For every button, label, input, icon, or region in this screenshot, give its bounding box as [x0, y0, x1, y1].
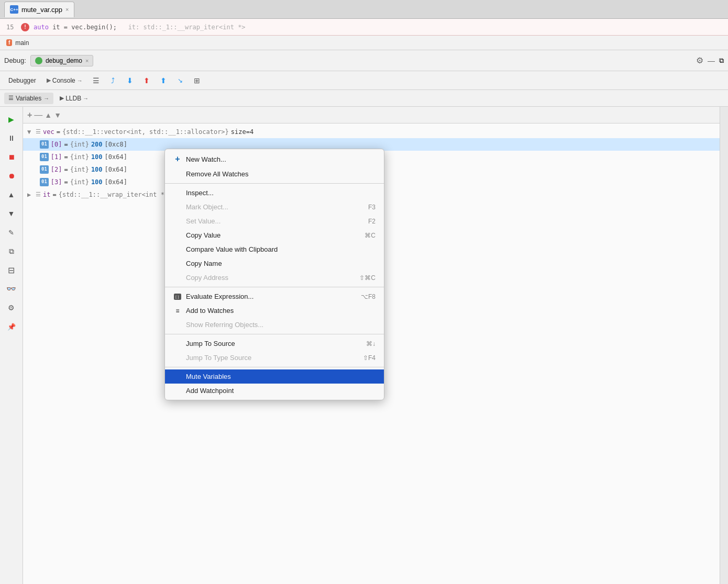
shortcut-evaluate: ⌥F8 [361, 293, 376, 300]
debug-session-tab[interactable]: debug_demo × [30, 55, 94, 66]
session-close[interactable]: × [85, 58, 89, 64]
menu-item-remove-all-watches[interactable]: Remove All Watches [165, 167, 384, 181]
session-status-icon [35, 57, 42, 64]
shortcut-copy-value: ⌘C [365, 232, 376, 239]
vars-up-btn[interactable]: ▲ [45, 111, 52, 119]
line-number: 15 [6, 24, 17, 31]
debug-sub-toolbar: Debugger ▶ Console → ☰ ⤴ ⬇ ⬆ ⬆ ↘ ⊞ [0, 71, 728, 90]
sidebar-icon-layout[interactable]: ⊟ [3, 262, 20, 278]
menu-item-mute-variables[interactable]: Mute Variables [165, 369, 384, 384]
debug-minimize-btn[interactable]: — [708, 57, 715, 65]
menu-label-inspect: Inspect... [186, 189, 214, 197]
var-expand-vec[interactable]: ▼ [27, 127, 34, 137]
menu-label-show-referring: Show Referring Objects... [186, 321, 263, 329]
menu-divider-4 [165, 367, 384, 367]
tab-variables[interactable]: ☰ Variables → [4, 93, 53, 104]
menu-label-copy-value: Copy Value [186, 231, 220, 239]
debug-settings-btn[interactable]: ⚙ [696, 55, 703, 65]
sidebar-icon-pause[interactable]: ⏸ [3, 130, 20, 147]
file-tab-close[interactable]: × [65, 6, 69, 13]
menu-item-mark-object: Mark Object... F3 [165, 200, 384, 214]
menu-label-jump-to-source: Jump To Source [186, 340, 235, 347]
menu-label-set-value: Set Value... [186, 217, 220, 225]
btn-grid[interactable]: ⊞ [190, 73, 204, 88]
menu-item-inspect[interactable]: Inspect... [165, 186, 384, 200]
tab-debugger[interactable]: Debugger [4, 75, 40, 86]
menu-divider-2 [165, 287, 384, 287]
menu-label-jump-to-type-source: Jump To Type Source [186, 354, 251, 362]
func-name: main [15, 39, 29, 47]
menu-item-new-watch[interactable]: + New Watch... [165, 151, 384, 167]
shortcut-set-value: F2 [368, 218, 376, 225]
sidebar-icon-edit[interactable]: ✎ [3, 224, 20, 241]
func-breadcrumb: f main [0, 36, 728, 50]
menu-label-mark-object: Mark Object... [186, 203, 228, 211]
menu-label-new-watch: New Watch... [186, 155, 226, 163]
context-menu: + New Watch... Remove All Watches Inspec… [164, 149, 384, 400]
sidebar-icon-glasses[interactable]: 👓 [3, 280, 20, 297]
shortcut-jump-type-source: ⇧F4 [363, 354, 376, 362]
menu-item-copy-address: Copy Address ⇧⌘C [165, 271, 384, 285]
func-badge: f [6, 39, 12, 46]
btn-step-over[interactable]: ⤴ [106, 73, 120, 88]
menu-item-copy-value[interactable]: Copy Value ⌘C [165, 228, 384, 242]
tab-lldb[interactable]: ▶ LLDB → [56, 93, 93, 104]
btn-hamburger[interactable]: ☰ [89, 73, 104, 88]
variables-panel: + — ▲ ▼ ▼ ☰ vec = {std::__1::vector<int,… [23, 107, 720, 584]
tab-bar: C++ mute_var.cpp × [0, 0, 728, 19]
sidebar-icon-settings[interactable]: ⚙ [3, 299, 20, 316]
menu-divider-3 [165, 334, 384, 334]
menu-label-copy-name: Copy Name [186, 260, 222, 267]
panel-tabs: ☰ Variables → ▶ LLDB → [0, 90, 728, 107]
vars-toolbar: + — ▲ ▼ [23, 107, 720, 123]
sidebar-icon-resume[interactable]: ▶ [3, 111, 20, 128]
menu-item-add-watchpoint[interactable]: Add Watchpoint [165, 384, 384, 398]
plus-icon: + [173, 154, 182, 164]
menu-item-compare-value[interactable]: Compare Value with Clipboard [165, 242, 384, 256]
sidebar-icon-step-down[interactable]: ▼ [3, 205, 20, 222]
session-name: debug_demo [46, 57, 82, 64]
debug-expand-btn[interactable]: ⧉ [719, 57, 724, 65]
debug-label: Debug: [4, 57, 26, 64]
menu-item-set-value: Set Value... F2 [165, 214, 384, 228]
right-scroll-panel [720, 107, 728, 584]
menu-label-compare-value: Compare Value with Clipboard [186, 245, 278, 253]
menu-item-show-referring: Show Referring Objects... [165, 318, 384, 332]
sidebar-icon-record[interactable]: ⏺ [3, 167, 20, 184]
sidebar-icon-stop[interactable]: ⏹ [3, 149, 20, 165]
left-sidebar: ▶ ⏸ ⏹ ⏺ ▲ ▼ ✎ ⧉ ⊟ 👓 ⚙ 📌 [0, 107, 23, 584]
ide-wrapper: C++ mute_var.cpp × 15 ! auto it = vec.be… [0, 0, 728, 584]
debug-toolbar: Debug: debug_demo × ⚙ — ⧉ [0, 50, 728, 71]
menu-item-copy-name[interactable]: Copy Name [165, 256, 384, 271]
var-row-vec[interactable]: ▼ ☰ vec = {std::__1::vector<int, std::__… [23, 126, 720, 138]
menu-label-add-watchpoint: Add Watchpoint [186, 387, 234, 395]
tab-console[interactable]: ▶ Console → [42, 75, 87, 86]
btn-cursor[interactable]: ↘ [173, 73, 187, 88]
var-expand-it[interactable]: ▶ [27, 190, 34, 199]
menu-item-add-to-watches[interactable]: ≡ Add to Watches [165, 304, 384, 318]
main-content: ▶ ⏸ ⏹ ⏺ ▲ ▼ ✎ ⧉ ⊟ 👓 ⚙ 📌 + — ▲ ▼ [0, 107, 728, 584]
btn-step-up2[interactable]: ⬆ [156, 73, 171, 88]
btn-step-out-red[interactable]: ⬆ [139, 73, 154, 88]
shortcut-jump-source: ⌘↓ [366, 340, 376, 347]
source-line-area: 15 ! auto it = vec.begin(); it: std::_1:… [0, 19, 728, 36]
menu-label-mute-variables: Mute Variables [186, 373, 231, 380]
sidebar-icon-pin[interactable]: 📌 [3, 318, 20, 335]
vars-minus-btn[interactable]: — [34, 110, 42, 120]
vars-add-btn[interactable]: + [27, 110, 32, 120]
sidebar-icon-step-up[interactable]: ▲ [3, 186, 20, 203]
menu-label-add-to-watches: Add to Watches [186, 307, 234, 315]
svg-text:[]: [] [175, 295, 179, 299]
file-tab[interactable]: C++ mute_var.cpp × [4, 2, 74, 17]
menu-item-evaluate-expression[interactable]: [] Evaluate Expression... ⌥F8 [165, 289, 384, 304]
file-tab-name: mute_var.cpp [21, 6, 62, 14]
shortcut-mark-object: F3 [368, 204, 376, 211]
menu-item-jump-to-type-source: Jump To Type Source ⇧F4 [165, 351, 384, 365]
menu-label-evaluate-expression: Evaluate Expression... [186, 293, 253, 300]
shortcut-copy-address: ⇧⌘C [359, 274, 376, 282]
btn-step-into[interactable]: ⬇ [123, 73, 137, 88]
menu-divider-1 [165, 183, 384, 184]
menu-item-jump-to-source[interactable]: Jump To Source ⌘↓ [165, 336, 384, 351]
vars-down-btn[interactable]: ▼ [54, 111, 61, 119]
sidebar-icon-copy-panel[interactable]: ⧉ [3, 243, 20, 260]
